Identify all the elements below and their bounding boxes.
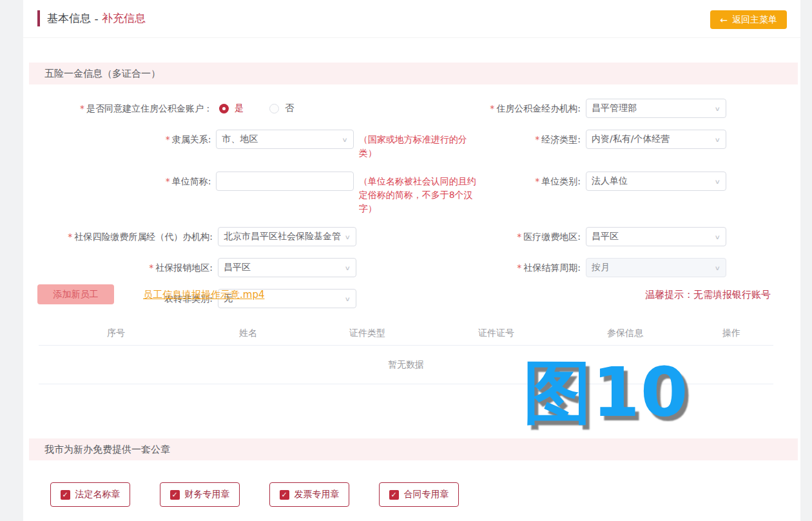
- chevron-down-icon: ∨: [344, 233, 351, 241]
- chevron-down-icon: ∨: [714, 264, 720, 271]
- seal-option-finance[interactable]: ✓ 财务专用章: [160, 482, 240, 507]
- social-agency-value: 北京市昌平区社会保险基金管: [224, 231, 343, 242]
- settlement-cycle-label: *社保结算周期:: [481, 258, 581, 277]
- required-mark: *: [535, 134, 539, 144]
- medical-area-select[interactable]: 昌平区 ∨: [586, 227, 726, 246]
- seal-option-invoice[interactable]: ✓ 发票专用章: [269, 482, 349, 507]
- social-reimburse-area-select[interactable]: 昌平区 ∨: [218, 258, 356, 277]
- field-settlement-cycle: *社保结算周期: 按月 ∨: [481, 258, 726, 277]
- section-title-seals: 我市为新办免费提供一套公章: [44, 444, 170, 455]
- form-row-1: *是否同意建立住房公积金账户： 是 否 *住房公积金经办机构:: [23, 99, 800, 118]
- unit-category-select[interactable]: 法人单位 ∨: [586, 172, 726, 191]
- required-mark: *: [166, 134, 170, 144]
- short-name-note: （单位名称被社会认同的且约定俗称的简称，不多于8个汉字）: [359, 172, 481, 215]
- economic-type-label: *经济类型:: [481, 130, 581, 160]
- unit-category-value: 法人单位: [592, 175, 713, 187]
- chevron-down-icon: ∨: [344, 295, 351, 302]
- required-mark: *: [535, 176, 539, 186]
- seal-label: 发票专用章: [295, 489, 340, 500]
- required-mark: *: [68, 231, 72, 242]
- checkbox-checked-icon[interactable]: ✓: [389, 490, 399, 500]
- column-header-id-number: 证件证号: [432, 328, 561, 339]
- settlement-cycle-select: 按月 ∨: [586, 258, 726, 277]
- page-subtitle: 补充信息: [102, 11, 146, 26]
- section-header-insurance: 五险一金信息（多证合一）: [29, 63, 798, 84]
- affiliation-note: （国家或地方标准进行的分类）: [359, 130, 481, 160]
- form-row-3: *单位简称: （单位名称被社会认同的且约定俗称的简称，不多于8个汉字） *单位类…: [23, 172, 800, 215]
- figure-watermark: 图10: [523, 355, 689, 431]
- back-to-main-menu-button[interactable]: ← 返回主菜单: [710, 10, 787, 29]
- social-reimburse-area-value: 昌平区: [224, 262, 343, 273]
- form-row-5: *社保报销地区: 昌平区 ∨ *社保结算周期: 按月 ∨: [23, 258, 800, 277]
- checkbox-checked-icon[interactable]: ✓: [170, 490, 180, 500]
- field-affiliation: *隶属关系: 市、地区 ∨ （国家或地方标准进行的分类）: [23, 130, 481, 160]
- employee-guide-video-link[interactable]: 员工信息填报操作示意.mp4: [143, 289, 264, 301]
- radio-option-yes[interactable]: 是: [219, 103, 244, 114]
- social-agency-select[interactable]: 北京市昌平区社会保险基金管 ∨: [218, 227, 356, 246]
- title-separator: -: [91, 12, 102, 25]
- form-row-4: *社保四险缴费所属经（代）办机构: 北京市昌平区社会保险基金管 ∨ *医疗缴费地…: [23, 227, 800, 246]
- content-card: 基本信息 - 补充信息 ← 返回主菜单 五险一金信息（多证合一） *是否同意建立…: [23, 0, 800, 521]
- column-header-actions: 操作: [690, 328, 773, 339]
- seal-label: 合同专用章: [404, 489, 449, 500]
- short-name-label: *单位简称:: [23, 172, 211, 215]
- bank-account-tip: 温馨提示：无需填报银行账号: [645, 289, 771, 301]
- add-employee-button[interactable]: 添加新员工: [37, 284, 114, 304]
- chevron-down-icon: ∨: [344, 264, 351, 271]
- seal-label: 法定名称章: [75, 489, 121, 500]
- column-header-insurance-info: 参保信息: [561, 328, 690, 339]
- required-mark: *: [490, 103, 494, 113]
- radio-no-label: 否: [285, 103, 294, 114]
- checkbox-checked-icon[interactable]: ✓: [280, 490, 289, 500]
- field-fund-account: *是否同意建立住房公积金账户： 是 否: [23, 99, 481, 118]
- checkbox-checked-icon[interactable]: ✓: [61, 490, 70, 500]
- back-button-label: 返回主菜单: [732, 14, 777, 26]
- fund-account-radio-group: 是 否: [219, 99, 294, 118]
- field-economic-type: *经济类型: 内资/私有/个体经营 ∨: [481, 130, 726, 160]
- arrow-left-icon: ←: [720, 15, 728, 25]
- unit-category-label: *单位类别:: [481, 172, 581, 215]
- field-fund-agency: *住房公积金经办机构: 昌平管理部 ∨: [481, 99, 726, 118]
- medical-area-value: 昌平区: [592, 231, 713, 242]
- section-header-seals: 我市为新办免费提供一套公章: [29, 438, 798, 460]
- field-short-name: *单位简称: （单位名称被社会认同的且约定俗称的简称，不多于8个汉字）: [23, 172, 481, 215]
- social-reimburse-area-label: *社保报销地区:: [23, 258, 213, 277]
- employee-table-header: 序号 姓名 证件类型 证件证号 参保信息 操作: [39, 321, 773, 346]
- form-row-2: *隶属关系: 市、地区 ∨ （国家或地方标准进行的分类） *经济类型: 内资/私…: [23, 130, 800, 160]
- chevron-down-icon: ∨: [714, 178, 720, 185]
- radio-yes-label: 是: [235, 103, 244, 114]
- field-medical-area: *医疗缴费地区: 昌平区 ∨: [481, 227, 726, 246]
- radio-option-no[interactable]: 否: [269, 103, 294, 114]
- column-header-id-type: 证件类型: [303, 328, 432, 339]
- field-social-agency: *社保四险缴费所属经（代）办机构: 北京市昌平区社会保险基金管 ∨: [23, 227, 481, 246]
- settlement-cycle-value: 按月: [592, 262, 713, 273]
- column-header-index: 序号: [39, 328, 193, 339]
- required-mark: *: [80, 103, 84, 113]
- chevron-down-icon: ∨: [714, 105, 720, 112]
- section-title-insurance: 五险一金信息（多证合一）: [44, 68, 160, 79]
- affiliation-select[interactable]: 市、地区 ∨: [216, 130, 353, 149]
- field-social-reimburse-area: *社保报销地区: 昌平区 ∨: [23, 258, 481, 277]
- seal-label: 财务专用章: [185, 489, 230, 500]
- field-unit-category: *单位类别: 法人单位 ∨: [481, 172, 726, 215]
- economic-type-select[interactable]: 内资/私有/个体经营 ∨: [586, 130, 726, 149]
- economic-type-value: 内资/私有/个体经营: [592, 133, 713, 145]
- required-mark: *: [517, 231, 521, 242]
- affiliation-label: *隶属关系:: [23, 130, 211, 160]
- page-title: 基本信息: [47, 11, 91, 26]
- page-background: 基本信息 - 补充信息 ← 返回主菜单 五险一金信息（多证合一） *是否同意建立…: [0, 0, 812, 521]
- fund-agency-select[interactable]: 昌平管理部 ∨: [586, 99, 726, 118]
- short-name-input[interactable]: [216, 172, 353, 191]
- radio-unselected-icon[interactable]: [269, 104, 279, 113]
- page-header: 基本信息 - 补充信息 ← 返回主菜单: [23, 0, 800, 38]
- medical-area-label: *医疗缴费地区:: [481, 227, 581, 246]
- fund-agency-label: *住房公积金经办机构:: [481, 99, 581, 118]
- required-mark: *: [166, 176, 170, 186]
- seal-option-contract[interactable]: ✓ 合同专用章: [379, 482, 459, 507]
- chevron-down-icon: ∨: [714, 136, 720, 143]
- radio-selected-icon[interactable]: [219, 104, 229, 113]
- column-header-name: 姓名: [193, 328, 303, 339]
- social-agency-label: *社保四险缴费所属经（代）办机构:: [23, 227, 213, 246]
- fund-account-label: *是否同意建立住房公积金账户：: [23, 99, 213, 118]
- seal-option-legal-name[interactable]: ✓ 法定名称章: [50, 482, 130, 507]
